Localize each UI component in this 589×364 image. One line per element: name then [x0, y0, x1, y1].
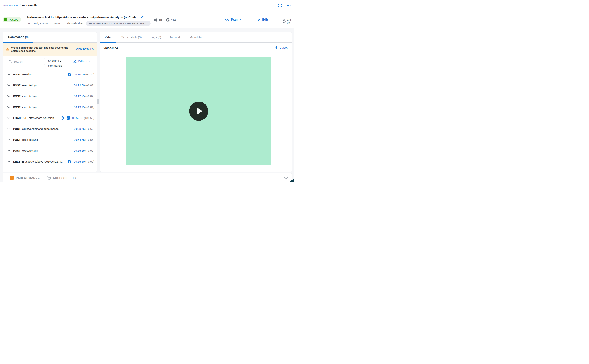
- tab-metadata[interactable]: Metadata: [190, 36, 202, 39]
- screenshot-icon[interactable]: [67, 116, 70, 120]
- command-duration-delta: (+0.55): [86, 138, 94, 141]
- commands-toolbar: Showing 9 commands Filters: [3, 56, 97, 69]
- command-timestamp[interactable]: 00:13.25: [74, 106, 85, 109]
- command-duration-delta: (+0.00): [86, 160, 94, 163]
- screenshot-icon[interactable]: [68, 160, 71, 163]
- expand-command-chevron-icon[interactable]: [7, 128, 10, 130]
- status-badge: Passed: [3, 17, 21, 22]
- video-tab-active-underline: [100, 42, 116, 43]
- speedometer-icon[interactable]: [61, 116, 64, 120]
- command-timestamp[interactable]: 00:55.50: [74, 160, 85, 163]
- command-path: https://docs.saucelab...: [29, 117, 56, 120]
- command-method: DELETE: [13, 160, 24, 163]
- command-path: execute/sync: [22, 95, 38, 98]
- more-options-icon[interactable]: [287, 5, 291, 6]
- stopwatch-icon: [283, 20, 286, 23]
- command-row[interactable]: POST /session 00:10.50 (+3.26): [3, 69, 97, 80]
- tab-commands[interactable]: Commands (9): [8, 35, 29, 39]
- command-method: POST: [13, 138, 20, 141]
- command-duration-delta: (+0.02): [86, 149, 94, 152]
- bottom-metrics-bar: ! PERFORMANCE ACCESSIBILITY: [3, 173, 292, 182]
- play-icon: [197, 108, 202, 115]
- command-row[interactable]: POST sauce/ondemand/performance 00:53.75…: [3, 123, 97, 134]
- command-method: LOAD URL: [13, 117, 27, 120]
- test-date: Aug 22nd, 2023 at 10:56AM b...: [27, 22, 64, 25]
- performance-section-button[interactable]: ! PERFORMANCE: [10, 176, 40, 180]
- command-count: 9: [60, 59, 61, 62]
- expand-command-chevron-icon[interactable]: [7, 73, 10, 75]
- accessibility-section-button[interactable]: ACCESSIBILITY: [47, 176, 76, 180]
- test-details-page: Test Results / Test Details Passed: [0, 0, 294, 182]
- expand-command-chevron-icon[interactable]: [7, 84, 10, 86]
- baseline-warning-banner: We've noticed that this test has data be…: [3, 43, 97, 56]
- command-timestamp[interactable]: 00:10.50: [74, 73, 85, 76]
- tab-screenshots-3[interactable]: Screenshots (3): [121, 36, 142, 39]
- check-circle-icon: [4, 18, 7, 21]
- status-label: Passed: [9, 18, 18, 21]
- filters-label: Filters: [78, 59, 87, 63]
- filters-icon: [73, 60, 77, 63]
- play-button[interactable]: [189, 102, 208, 121]
- tab-video[interactable]: Video: [105, 36, 113, 39]
- team-dropdown[interactable]: Team: [225, 18, 242, 21]
- commands-tab-row: Commands (9): [3, 32, 97, 43]
- screenshot-icon[interactable]: [68, 73, 71, 76]
- expand-command-chevron-icon[interactable]: [7, 106, 10, 108]
- edit-button[interactable]: Edit: [258, 18, 268, 21]
- expand-command-chevron-icon[interactable]: [7, 117, 10, 119]
- command-timestamp[interactable]: 00:53.75: [74, 127, 85, 130]
- expand-command-chevron-icon[interactable]: [7, 161, 10, 162]
- command-duration-delta: (+0.60): [86, 127, 94, 130]
- filters-button[interactable]: Filters: [73, 59, 91, 63]
- edit-title-pencil-icon[interactable]: [141, 16, 144, 19]
- download-video-button[interactable]: Video: [275, 46, 288, 50]
- command-path: execute/sync: [22, 149, 38, 152]
- test-header: Passed Performance test for https://docs…: [0, 11, 294, 28]
- video-player[interactable]: [126, 57, 271, 165]
- expand-command-chevron-icon[interactable]: [7, 150, 10, 151]
- download-video-label: Video: [280, 46, 288, 50]
- performance-warning-bubble-icon: !: [10, 176, 14, 180]
- command-method: POST: [13, 106, 20, 109]
- fullscreen-icon[interactable]: [278, 4, 282, 7]
- command-row[interactable]: POST execute/sync 00:54.75 (+0.55): [3, 134, 97, 145]
- search-input[interactable]: [13, 60, 40, 63]
- command-timestamp[interactable]: 00:52.75: [72, 117, 83, 120]
- command-row[interactable]: POST execute/sync 00:12.75 (+0.02): [3, 91, 97, 102]
- command-row[interactable]: LOAD URL https://docs.saucelab... 00:52.…: [3, 112, 97, 123]
- breadcrumb-test-results-link[interactable]: Test Results: [3, 4, 19, 7]
- command-timestamp[interactable]: 00:12.50: [74, 84, 85, 87]
- showing-count-text: Showing 9 commands: [48, 58, 66, 68]
- view-details-link[interactable]: VIEW DETAILS: [76, 48, 94, 51]
- command-timestamp[interactable]: 00:12.75: [74, 95, 85, 98]
- command-row[interactable]: POST execute/sync 00:55.25 (+0.02): [3, 145, 97, 156]
- tab-network[interactable]: Network: [170, 36, 181, 39]
- video-file-name: video.mp4: [104, 46, 118, 49]
- command-method: POST: [13, 84, 20, 87]
- expand-bottom-bar-chevron-icon[interactable]: [284, 176, 288, 180]
- expand-command-chevron-icon[interactable]: [7, 139, 10, 141]
- command-timestamp[interactable]: 00:55.25: [74, 149, 85, 152]
- tab-logs-6[interactable]: Logs (6): [150, 36, 161, 39]
- command-path: /session/1bc927ee15ac4157a...: [26, 160, 63, 163]
- page-title: Test Details: [22, 4, 38, 7]
- breadcrumb-separator: /: [20, 4, 20, 7]
- command-row[interactable]: POST execute/sync 00:13.25 (+0.01): [3, 102, 97, 112]
- expand-command-chevron-icon[interactable]: [7, 95, 10, 97]
- command-row[interactable]: DELETE /session/1bc927ee15ac4157a... 00:…: [3, 156, 97, 167]
- video-file-row: video.mp4 Video: [100, 43, 292, 53]
- warning-triangle-icon: [6, 47, 9, 51]
- details-tab-row: VideoScreenshots (3)Logs (6)NetworkMetad…: [100, 32, 292, 43]
- command-list: POST /session 00:10.50 (+3.26) POST exec…: [3, 69, 97, 167]
- panel-resize-handle-horizontal[interactable]: [146, 170, 152, 172]
- command-duration-delta: (+0.02): [86, 95, 94, 98]
- test-tag-chip: Performance test for https://docs.saucel…: [86, 21, 150, 26]
- panel-resize-handle-vertical[interactable]: [97, 99, 99, 104]
- command-path: /session: [22, 73, 32, 76]
- command-method: POST: [13, 149, 20, 152]
- command-timestamp[interactable]: 00:54.75: [74, 138, 85, 141]
- accessibility-label: ACCESSIBILITY: [53, 176, 76, 180]
- command-row[interactable]: POST execute/sync 00:12.50 (+0.02): [3, 80, 97, 91]
- command-path: execute/sync: [22, 138, 38, 141]
- test-duration: 1m 0s: [283, 18, 294, 25]
